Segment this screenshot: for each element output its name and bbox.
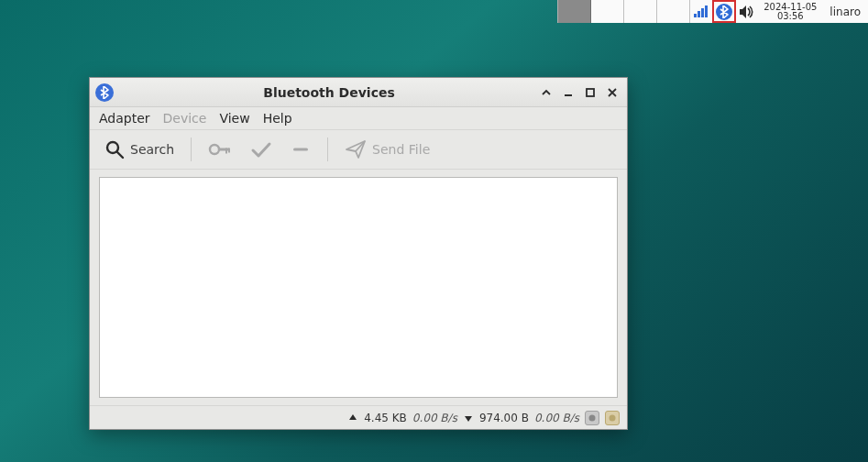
device-list[interactable]	[99, 177, 618, 398]
upload-total: 4.45 KB	[364, 412, 407, 424]
send-icon	[345, 139, 367, 160]
check-icon	[250, 140, 272, 159]
rollup-button[interactable]	[539, 85, 554, 100]
user-label: linaro	[830, 6, 861, 18]
svg-rect-11	[228, 148, 230, 153]
svg-rect-12	[293, 148, 308, 151]
svg-rect-1	[698, 11, 700, 17]
close-button[interactable]	[605, 85, 620, 100]
menu-help[interactable]: Help	[263, 111, 292, 126]
menu-device: Device	[163, 111, 207, 126]
download-rate: 0.00 B/s	[534, 412, 579, 424]
upload-rate: 0.00 B/s	[412, 412, 457, 424]
user-menu[interactable]: linaro	[822, 0, 868, 23]
search-button[interactable]: Search	[99, 136, 180, 163]
window-controls	[539, 85, 621, 100]
upload-arrow-icon	[347, 412, 358, 424]
send-file-label: Send File	[372, 142, 430, 157]
bluetooth-app-icon	[95, 83, 114, 102]
download-total: 974.00 B	[479, 412, 529, 424]
pair-key-button	[203, 137, 237, 162]
taskbar-slot-active[interactable]	[558, 0, 591, 23]
maximize-button[interactable]	[583, 85, 598, 100]
svg-rect-4	[565, 94, 572, 96]
minus-icon	[291, 140, 311, 159]
menubar: Adapter Device View Help	[90, 107, 627, 130]
toolbar-separator	[191, 138, 192, 161]
titlebar[interactable]: Bluetooth Devices	[90, 78, 627, 107]
minimize-button[interactable]	[561, 85, 576, 100]
search-icon	[104, 139, 125, 160]
status-indicator-2[interactable]	[605, 411, 620, 425]
svg-rect-9	[218, 148, 229, 151]
clock-date: 2024-11-05	[764, 3, 817, 12]
trust-button	[245, 137, 278, 162]
bluetooth-tray-icon[interactable]	[712, 0, 736, 23]
svg-rect-0	[694, 14, 697, 17]
statusbar: 4.45 KB 0.00 B/s 974.00 B 0.00 B/s	[90, 405, 627, 429]
svg-rect-2	[701, 8, 704, 17]
svg-point-14	[589, 414, 596, 421]
clock-time: 03:56	[777, 12, 804, 21]
volume-tray-icon[interactable]	[736, 0, 758, 23]
svg-point-15	[610, 414, 616, 421]
clock[interactable]: 2024-11-05 03:56	[758, 0, 822, 23]
taskbar-slot[interactable]	[657, 0, 690, 23]
taskbar-slot[interactable]	[624, 0, 657, 23]
menu-adapter[interactable]: Adapter	[99, 111, 150, 126]
svg-rect-5	[587, 89, 594, 96]
menu-view[interactable]: View	[219, 111, 249, 126]
svg-rect-10	[225, 148, 227, 154]
remove-button	[285, 137, 316, 162]
svg-rect-3	[705, 6, 708, 17]
toolbar: Search	[90, 130, 627, 170]
svg-line-7	[117, 152, 123, 158]
network-tray-icon[interactable]	[690, 0, 712, 23]
window-title: Bluetooth Devices	[119, 85, 539, 100]
taskbar-slot[interactable]	[591, 0, 624, 23]
toolbar-separator	[327, 138, 328, 161]
key-icon	[208, 140, 232, 159]
download-arrow-icon	[463, 412, 474, 424]
status-indicator-1[interactable]	[585, 411, 599, 425]
send-file-button: Send File	[339, 136, 435, 163]
search-label: Search	[130, 142, 174, 157]
top-panel: 2024-11-05 03:56 linaro	[557, 0, 868, 23]
bluetooth-devices-window: Bluetooth Devices Adapter Device View He…	[89, 77, 628, 430]
svg-point-8	[210, 145, 219, 154]
